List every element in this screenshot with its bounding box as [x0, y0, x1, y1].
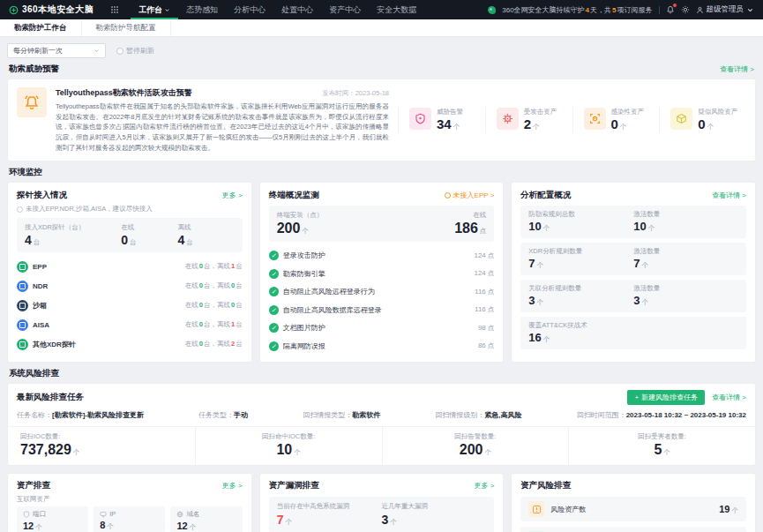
nav-item-workbench[interactable]: 工作台 — [131, 0, 178, 19]
check-circle-icon: ✓ — [269, 251, 279, 260]
other-xdr-probe-icon — [17, 339, 28, 350]
terminal-protection-item: ✓自动阻止高风险数据库远程登录 116点 — [269, 302, 495, 319]
probe-row-ndr: NDR 在线0台，离线0台 — [17, 277, 243, 295]
warning-circle-icon — [17, 206, 23, 213]
probe-warning: 未接入EPP,NDR,沙箱,AISA，建议尽快接入 — [17, 205, 243, 214]
warning-circle-icon — [445, 192, 451, 199]
stat-label: 受攻击资产 — [524, 108, 557, 116]
nav-item-label: 处置中心 — [281, 4, 313, 16]
aisa-probe-icon — [17, 319, 28, 331]
task-stats-row: 回扫IOC数量: 737,829个 回扫命中IOC数量: 10个 回扫告警数量:… — [8, 426, 755, 465]
risk-section-header: 系统风险排查 — [9, 368, 754, 379]
latest-risk-task-card: 最新风险排查任务 +新建风险排查任务 查看详情 > 任务名称：[勒索软件]-勒索… — [7, 383, 756, 466]
item-label: 文档图片防护 — [283, 323, 325, 333]
vuln-more-link[interactable]: 更多 > — [474, 481, 494, 491]
section-title: 系统风险排查 — [9, 368, 59, 379]
user-menu[interactable]: 超级管理员 — [696, 4, 755, 15]
analysis-row: XDR分析规则数量7个 激活数量7个 — [520, 243, 746, 275]
stat-unit: 个 — [707, 123, 714, 131]
stat-label: 威胁告警 — [437, 108, 463, 116]
nav-item-security-bigdata[interactable]: 安全大数据 — [369, 0, 424, 19]
asset-mini-domain: 域名 12个 — [170, 506, 242, 532]
alert-title[interactable]: Tellyouthepass勒索软件活跃攻击预警 — [56, 87, 192, 99]
asset-mini-ip: IP 8个 — [94, 506, 165, 532]
settings-gear-icon[interactable] — [681, 5, 690, 14]
tab-ransom-nav-config[interactable]: 勒索防护导航配置 — [82, 19, 171, 36]
stat-label: 疑似风险资产 — [698, 108, 737, 116]
online-value: 0 — [121, 233, 128, 247]
alert-text-block: Tellyouthepass勒索软件活跃攻击预警 发布时间：2023-05-18… — [56, 87, 389, 153]
check-circle-icon: ✓ — [269, 287, 279, 296]
apps-grid-icon[interactable] — [111, 6, 118, 13]
subscription-status-text: 360全网安全大脑持续守护4天，共5项订阅服务 — [502, 5, 652, 15]
stat-rescan-hit-ioc: 回扫命中IOC数量: 10个 — [195, 427, 382, 465]
offline-value: 4 — [177, 233, 184, 247]
item-value: 98 — [478, 324, 486, 332]
terminal-protection-item: ✓自动阻止高风险远程登录行为 116点 — [269, 283, 495, 301]
page-tabs: 勒索防护工作台 勒索防护导航配置 — [0, 19, 763, 37]
refresh-interval-select[interactable]: 每分钟刷新一次 — [7, 43, 106, 58]
asset-more-link[interactable]: 更多 > — [222, 481, 243, 491]
stat-suspected-risk-assets: 疑似风险资产 0个 — [659, 108, 746, 131]
item-value: 116 — [475, 288, 486, 296]
task-detail-link[interactable]: 查看详情 > — [712, 393, 746, 402]
threat-alert-card: Tellyouthepass勒索软件活跃攻击预警 发布时间：2023-05-18… — [7, 79, 756, 161]
stat-rescan-alerts: 回扫告警数量: 200个 — [382, 427, 569, 465]
cube-icon — [670, 108, 692, 130]
card-title: 资产漏洞排查 — [269, 480, 319, 491]
chevron-down-icon — [164, 7, 170, 13]
plus-icon: + — [634, 393, 639, 401]
stat-value: 2 — [524, 116, 531, 131]
probe-more-link[interactable]: 更多 > — [222, 191, 243, 200]
asset-check-card: 资产排查 更多 > 互联网资产 端口 12个 IP 8个 域名 12个 内网资产 — [7, 473, 252, 532]
check-circle-icon: ✓ — [269, 323, 279, 333]
summary-value: 4 — [25, 233, 32, 247]
probe-access-card: 探针接入情况 更多 > 未接入EPP,NDR,沙箱,AISA，建议尽快接入 接入… — [7, 182, 252, 363]
nav-item-asset-center[interactable]: 资产中心 — [321, 0, 369, 19]
online-label: 在线 — [121, 223, 177, 232]
alert-body-text: Tellyouthepass勒索软件在我国属于知名的头部勒索软件家族，该家族擅长… — [56, 101, 389, 153]
item-value: 124 — [474, 251, 485, 259]
internet-assets-label: 互联网资产 — [17, 495, 243, 504]
nav-item-analysis-center[interactable]: 分析中心 — [226, 0, 273, 19]
task-meta-row: 任务名称：[勒索软件]-勒索风险排查更新 任务类型：手动 回扫情报类型：勒索软件… — [8, 408, 755, 426]
shield-icon — [409, 108, 431, 130]
stat-value: 34 — [437, 116, 452, 131]
nav-item-label: 分析中心 — [234, 4, 266, 16]
asset-vuln-card: 资产漏洞排查 更多 > 当前存在中高危系统漏洞 7个 近几年重大漏洞 3个 当前… — [259, 473, 505, 532]
terminal-protection-item: ✓勒索防御引擎 124点 — [269, 266, 495, 283]
notification-bell-icon[interactable] — [666, 5, 675, 14]
navbar-right: 360全网安全大脑持续守护4天，共5项订阅服务 超级管理员 — [488, 4, 754, 15]
analysis-row: 防勒索规则总数10个 激活数量10个 — [520, 206, 746, 238]
stat-threat-alerts: 威胁告警 34个 — [398, 108, 485, 131]
summary-value: 200 — [277, 221, 301, 236]
probe-warning-text: 未接入EPP,NDR,沙箱,AISA，建议尽快接入 — [26, 205, 153, 214]
user-name: 超级管理员 — [707, 4, 744, 15]
sandbox-probe-icon — [17, 300, 28, 311]
scan-target-icon — [584, 108, 606, 130]
task-meta-item: 回扫时间范围：2023-05-18 10:32 ~ 2023-05-19 10:… — [577, 410, 746, 420]
pause-refresh-toggle[interactable]: 暂停刷新 — [116, 46, 154, 56]
tab-label: 勒索防护工作台 — [14, 23, 67, 34]
item-value: 86 — [478, 341, 486, 349]
terminal-protection-item: ✓文档图片防护 98点 — [269, 319, 495, 337]
alarm-bell-icon — [17, 87, 47, 117]
alert-detail-link[interactable]: 查看详情 > — [720, 64, 754, 74]
terminal-overview-card: 终端概况监测 未接入EPP > 终端安装（点） 200个 在线 186点 ✓登录… — [259, 182, 505, 363]
nav-item-situation[interactable]: 态势感知 — [178, 0, 226, 19]
terminal-protection-item: ✓登录攻击防护 124点 — [269, 247, 495, 265]
analysis-detail-link[interactable]: 查看详情 > — [712, 191, 746, 200]
probe-row-aisa: AISA 在线0台，离线1台 — [17, 316, 243, 333]
card-title: 探针接入情况 — [17, 190, 67, 201]
new-risk-task-button[interactable]: +新建风险排查任务 — [627, 390, 705, 405]
item-label: 勒索防御引擎 — [283, 269, 325, 279]
item-label: 自动阻止高风险远程登录行为 — [283, 287, 375, 296]
risk-row-risk-assets: 风险资产数 19个 — [520, 497, 746, 521]
tab-ransom-workbench[interactable]: 勒索防护工作台 — [0, 19, 82, 36]
vuln-row: 当前存在中高危系统漏洞 7个 近几年重大漏洞 3个 — [269, 497, 495, 532]
nav-item-disposal-center[interactable]: 处置中心 — [273, 0, 321, 19]
summary-unit: 台 — [34, 238, 41, 246]
epp-not-connected-link[interactable]: 未接入EPP > — [445, 191, 495, 200]
card-title: 分析配置概况 — [520, 190, 571, 201]
virus-icon — [497, 108, 519, 130]
